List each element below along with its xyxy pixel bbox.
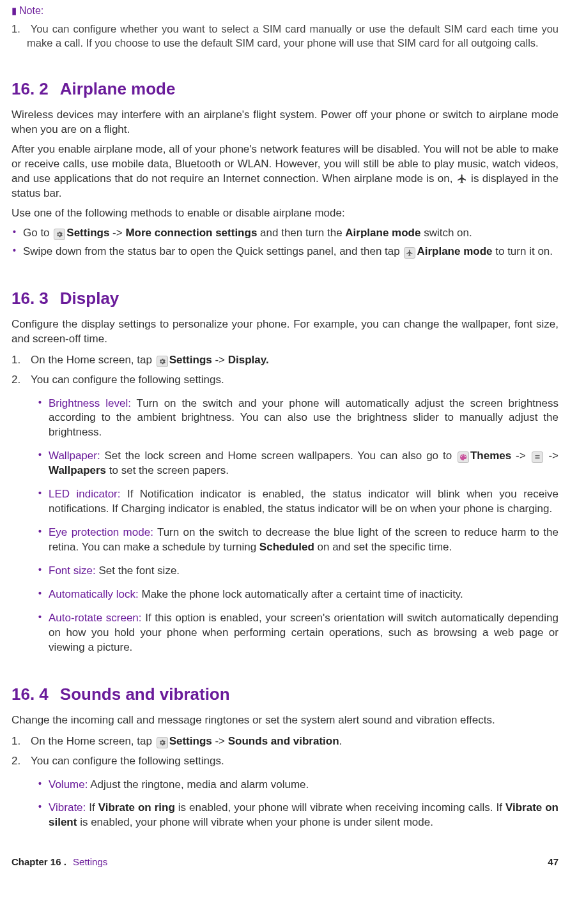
section-number: 16. 2: [12, 79, 49, 98]
ordered-list: 1. On the Home screen, tap Settings -> D…: [12, 353, 558, 655]
paragraph: Configure the display settings to person…: [12, 317, 558, 347]
chapter-label: Chapter 16 .: [12, 856, 66, 867]
list-item: Auto-rotate screen: If this option is en…: [37, 611, 558, 655]
list-item: Automatically lock: Make the phone lock …: [37, 587, 558, 602]
note-text: You can configure whether you want to se…: [27, 23, 558, 49]
settings-icon: [157, 356, 168, 367]
chapter-name: Settings: [73, 856, 107, 867]
step-number: 1.: [12, 353, 20, 368]
section-title: Sounds and vibration: [60, 685, 230, 704]
list-item: Volume: Adjust the ringtone, media and a…: [37, 778, 558, 792]
section-title: Display: [60, 289, 119, 308]
note-number: 1.: [12, 22, 27, 36]
footer-left: Chapter 16 . Settings: [12, 856, 107, 868]
note-header: ▮ Note:: [12, 0, 558, 18]
ordered-list: 1. On the Home screen, tap Settings -> S…: [12, 734, 558, 831]
list-item: 1. On the Home screen, tap Settings -> D…: [12, 353, 558, 368]
list-item: Go to Settings -> More connection settin…: [12, 226, 558, 241]
section-heading-sounds: 16. 4Sounds and vibration: [12, 683, 558, 706]
themes-icon: [458, 451, 469, 463]
note-label: Note:: [19, 4, 43, 18]
list-item: Vibrate: If Vibrate on ring is enabled, …: [37, 801, 558, 830]
bullet-list: Go to Settings -> More connection settin…: [12, 226, 558, 259]
note-item: 1. You can configure whether you want to…: [12, 22, 558, 50]
sub-list: Brightness level: Turn on the switch and…: [31, 397, 558, 655]
list-item: Wallpaper: Set the lock screen and Home …: [37, 449, 558, 478]
section-title: Airplane mode: [60, 79, 176, 98]
airplane-icon: [456, 173, 468, 185]
settings-icon: [54, 229, 65, 240]
list-item: Brightness level: Turn on the switch and…: [37, 397, 558, 441]
list-item: Swipe down from the status bar to open t…: [12, 245, 558, 259]
list-item: LED indicator: If Notification indicator…: [37, 487, 558, 517]
list-item: 1. On the Home screen, tap Settings -> S…: [12, 734, 558, 749]
list-item: Eye protection mode: Turn on the switch …: [37, 526, 558, 555]
page-number: 47: [548, 856, 558, 868]
step-number: 2.: [12, 754, 20, 769]
section-number: 16. 3: [12, 289, 49, 308]
settings-icon: [157, 737, 168, 748]
paragraph: Wireless devices may interfere with an a…: [12, 108, 558, 137]
step-number: 2.: [12, 373, 20, 388]
airplane-icon: [404, 247, 415, 259]
list-item: Font size: Set the font size.: [37, 564, 558, 579]
list-item: 2. You can configure the following setti…: [12, 373, 558, 655]
section-number: 16. 4: [12, 685, 49, 704]
list-item: 2. You can configure the following setti…: [12, 754, 558, 831]
bookmark-icon: ▮: [12, 4, 17, 17]
paragraph: Use one of the following methods to enab…: [12, 206, 558, 221]
paragraph: Change the incoming call and message rin…: [12, 713, 558, 728]
page-footer: Chapter 16 . Settings 47: [12, 856, 558, 868]
step-number: 1.: [12, 734, 20, 749]
sub-list: Volume: Adjust the ringtone, media and a…: [31, 778, 558, 831]
section-heading-display: 16. 3Display: [12, 287, 558, 310]
menu-icon: [532, 451, 543, 463]
paragraph: After you enable airplane mode, all of y…: [12, 142, 558, 201]
section-heading-airplane: 16. 2Airplane mode: [12, 78, 558, 100]
